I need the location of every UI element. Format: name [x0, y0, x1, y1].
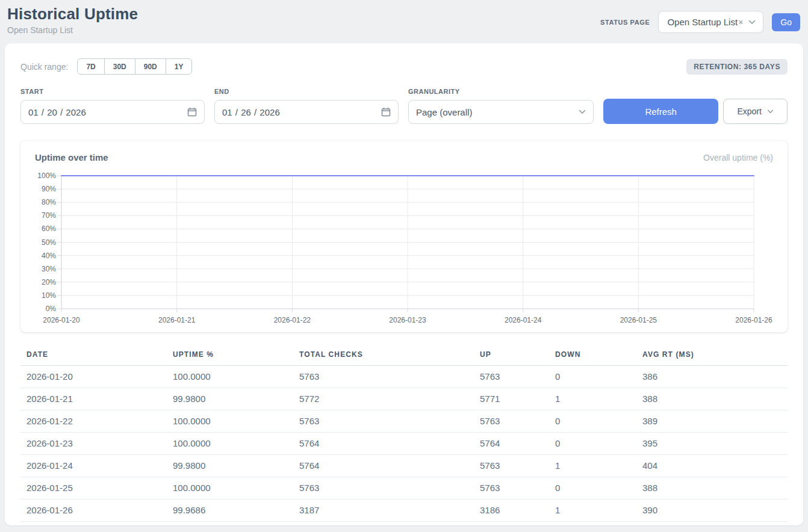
uptime-table: DATEUPTIME %TOTAL CHECKSUPDOWNAVG RT (MS…: [20, 345, 788, 522]
chart-legend: Overall uptime (%): [703, 153, 773, 162]
table-row: 2026-01-20100.0000576357630386: [20, 366, 788, 388]
granularity-label: GRANULARITY: [408, 88, 594, 95]
table-cell: 3187: [293, 500, 474, 522]
table-row: 2026-01-2699.9686318731861390: [20, 500, 788, 522]
svg-text:2026-01-25: 2026-01-25: [620, 316, 657, 324]
svg-text:2026-01-20: 2026-01-20: [43, 316, 80, 324]
table-cell: 99.9800: [167, 455, 293, 477]
calendar-icon[interactable]: [187, 107, 197, 117]
granularity-select[interactable]: Page (overall): [408, 100, 594, 124]
status-page-label: STATUS PAGE: [600, 19, 650, 26]
table-cell: 0: [549, 410, 636, 433]
chart-title: Uptime over time: [35, 152, 108, 162]
table-cell: 99.9800: [167, 388, 293, 410]
granularity-selected-value: Page (overall): [416, 107, 472, 117]
svg-text:10%: 10%: [42, 291, 56, 300]
page-heading: Historical Uptime Open Startup List: [7, 5, 138, 35]
granularity-field: GRANULARITY Page (overall): [408, 88, 594, 124]
table-row: 2026-01-23100.0000576457640395: [20, 433, 788, 455]
table-cell: 2026-01-26: [20, 500, 167, 522]
svg-text:20%: 20%: [42, 278, 56, 286]
table-cell: 0: [549, 433, 636, 455]
column-header: UP: [474, 345, 549, 366]
export-button[interactable]: Export: [723, 99, 788, 124]
table-row: 2026-01-25100.0000576357630388: [20, 477, 788, 500]
svg-text:2026-01-24: 2026-01-24: [505, 316, 542, 324]
table-row: 2026-01-22100.0000576357630389: [20, 410, 788, 433]
chevron-down-icon: [748, 20, 756, 25]
table-cell: 386: [636, 366, 788, 388]
end-date-input[interactable]: 01 / 26 / 2026: [214, 100, 399, 124]
table-row: 2026-01-2499.9800576457631404: [20, 455, 788, 477]
refresh-button[interactable]: Refresh: [603, 99, 718, 124]
column-header: DATE: [20, 345, 167, 366]
retention-badge: RETENTION: 365 DAYS: [686, 59, 788, 75]
svg-text:2026-01-23: 2026-01-23: [389, 316, 426, 324]
svg-text:2026-01-22: 2026-01-22: [274, 316, 311, 324]
table-cell: 100.0000: [167, 477, 293, 500]
table-cell: 2026-01-24: [20, 455, 167, 477]
quick-range-button-30d[interactable]: 30D: [104, 58, 135, 75]
table-cell: 5763: [293, 366, 474, 388]
table-cell: 99.9686: [167, 500, 293, 522]
svg-text:90%: 90%: [42, 185, 56, 193]
table-cell: 5764: [293, 433, 474, 455]
column-header: UPTIME %: [167, 345, 293, 366]
table-cell: 100.0000: [167, 410, 293, 433]
svg-text:70%: 70%: [42, 211, 56, 220]
quick-range-button-7d[interactable]: 7D: [77, 58, 104, 75]
svg-text:50%: 50%: [42, 238, 56, 247]
table-cell: 404: [636, 455, 788, 477]
table-cell: 390: [636, 500, 788, 522]
table-cell: 5772: [293, 388, 474, 410]
table-cell: 5763: [474, 366, 549, 388]
table-cell: 2026-01-25: [20, 477, 167, 500]
end-date-field: END 01 / 26 / 2026: [214, 88, 399, 124]
end-date-label: END: [214, 88, 399, 95]
svg-text:80%: 80%: [42, 198, 56, 206]
table-cell: 100.0000: [167, 366, 293, 388]
go-button[interactable]: Go: [772, 13, 800, 31]
table-cell: 388: [636, 388, 788, 410]
quick-range-label: Quick range:: [20, 62, 68, 72]
quick-range-button-1y[interactable]: 1Y: [166, 58, 193, 75]
quick-range-button-90d[interactable]: 90D: [135, 58, 166, 75]
table-cell: 5763: [474, 455, 549, 477]
page-subtitle: Open Startup List: [7, 25, 138, 35]
table-cell: 5763: [474, 477, 549, 500]
status-page-select[interactable]: Open Startup List ×: [658, 11, 763, 33]
table-cell: 5764: [293, 455, 474, 477]
chart-header: Uptime over time Overall uptime (%): [35, 152, 773, 162]
uptime-line-chart: 0%10%20%30%40%50%60%70%80%90%100%2026-01…: [35, 170, 773, 326]
svg-text:60%: 60%: [42, 224, 56, 233]
svg-text:40%: 40%: [42, 252, 56, 260]
column-header: TOTAL CHECKS: [293, 345, 474, 366]
table-cell: 1: [549, 388, 636, 410]
table-cell: 5771: [474, 388, 549, 410]
start-date-value: 01 / 20 / 2026: [28, 107, 86, 117]
svg-text:30%: 30%: [42, 265, 56, 273]
table-cell: 395: [636, 433, 788, 455]
page-title: Historical Uptime: [7, 5, 138, 23]
start-date-field: START 01 / 20 / 2026: [20, 88, 205, 124]
start-date-input[interactable]: 01 / 20 / 2026: [20, 100, 205, 124]
uptime-chart-card: Uptime over time Overall uptime (%) 0%10…: [20, 141, 788, 332]
status-page-selected-value: Open Startup List: [667, 17, 738, 27]
table-cell: 389: [636, 410, 788, 433]
table-header: DATEUPTIME %TOTAL CHECKSUPDOWNAVG RT (MS…: [20, 345, 788, 366]
column-header: DOWN: [549, 345, 636, 366]
calendar-icon[interactable]: [381, 107, 391, 117]
table-cell: 2026-01-21: [20, 388, 167, 410]
svg-text:2026-01-26: 2026-01-26: [735, 316, 772, 324]
svg-text:100%: 100%: [37, 172, 56, 180]
table-cell: 5763: [293, 410, 474, 433]
table-cell: 2026-01-23: [20, 433, 167, 455]
table-row: 2026-01-2199.9800577257711388: [20, 388, 788, 410]
table-cell: 1: [549, 500, 636, 522]
quick-range-button-group: 7D30D90D1Y: [77, 58, 192, 75]
export-button-label: Export: [737, 107, 761, 116]
main-panel: Quick range: 7D30D90D1Y RETENTION: 365 D…: [5, 43, 803, 525]
end-date-value: 01 / 26 / 2026: [222, 107, 280, 117]
clear-selection-icon[interactable]: ×: [738, 17, 743, 27]
table-cell: 0: [549, 366, 636, 388]
